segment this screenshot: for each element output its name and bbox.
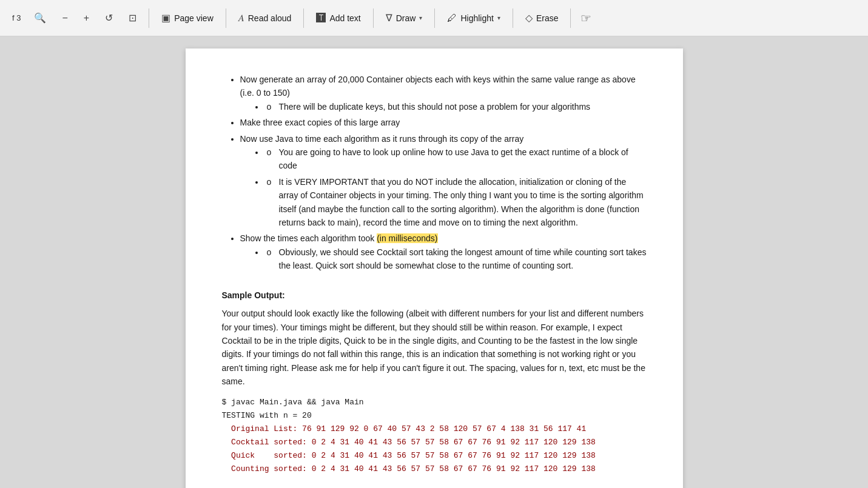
separator-1 [149,8,149,28]
separator-3 [303,8,304,28]
sub-list-item: There will be duplicate keys, but this s… [264,100,647,113]
fit-icon: ⊡ [129,12,136,24]
page-view-button[interactable]: ▣ Page view [154,8,221,27]
code-line: $ javac Main.java && java Main [222,396,647,409]
zoom-in-icon: + [84,13,89,24]
search-icon: 🔍 [34,12,46,24]
sub-list-item: It is VERY IMPORTANT that you do NOT inc… [264,175,647,230]
rotate-button[interactable]: ↺ [98,8,120,27]
sub-list-item: Obviously, we should see Cocktail sort t… [264,246,647,273]
highlight-label: Highlight [460,13,493,23]
separator-4 [373,8,374,28]
read-aloud-button[interactable]: 𝐴 Read aloud [231,9,299,27]
code-line: TESTING with n = 20 [222,409,647,423]
sample-output-label: Sample Output: [222,289,647,302]
toolbar: f 3 🔍 − + ↺ ⊡ ▣ Page view 𝐴 Read aloud 🆃… [0,0,868,36]
add-text-button[interactable]: 🆃 Add text [309,9,368,27]
draw-dropdown-arrow: ▾ [419,15,422,21]
fit-page-button[interactable]: ⊡ [121,8,144,27]
erase-label: Erase [536,13,559,23]
zoom-out-icon: − [62,13,67,24]
page-indicator: f 3 [7,13,25,22]
add-text-icon: 🆃 [316,13,326,24]
draw-icon: ∇ [386,12,392,24]
read-aloud-label: Read aloud [248,13,292,23]
zoom-out-button[interactable]: − [55,9,75,27]
cursor-icon: ☞ [576,11,596,25]
highlight-dropdown-arrow: ▾ [497,15,500,21]
separator-5 [434,8,435,28]
separator-7 [570,8,571,28]
description-paragraph: Your output should look exactly like the… [222,307,647,388]
search-button[interactable]: 🔍 [27,8,53,27]
erase-icon: ◇ [525,12,533,24]
code-line: Cocktail sorted: 0 2 4 31 40 41 43 56 57… [222,436,647,449]
main-content: Now generate an array of 20,000 Containe… [0,36,868,488]
highlight-icon: 🖊 [447,13,457,24]
list-item: Make three exact copies of this large ar… [240,116,647,129]
rotate-icon: ↺ [105,12,113,24]
list-item: Show the times each algorithm took (in m… [240,232,647,272]
code-line: Quick sorted: 0 2 4 31 40 41 43 56 57 57… [222,449,647,463]
list-item: Now generate an array of 20,000 Containe… [240,73,647,113]
code-block: $ javac Main.java && java Main TESTING w… [222,396,647,488]
code-line: Original List: 76 91 129 92 0 67 40 57 4… [222,423,647,436]
add-text-label: Add text [329,13,360,23]
separator-2 [226,8,226,28]
highlighted-text: (in milliseconds) [377,233,437,243]
code-line: Counting sorted: 0 2 4 31 40 41 43 56 57… [222,463,647,476]
zoom-in-button[interactable]: + [76,9,96,27]
draw-button[interactable]: ∇ Draw ▾ [378,8,430,27]
highlight-button[interactable]: 🖊 Highlight ▾ [440,9,507,27]
page-view-label: Page view [174,13,214,23]
sub-list-item: You are going to have to look up online … [264,145,647,173]
draw-label: Draw [396,13,416,23]
separator-6 [513,8,513,28]
read-aloud-icon: 𝐴 [238,13,244,24]
page-view-icon: ▣ [161,12,170,24]
erase-button[interactable]: ◇ Erase [518,8,566,27]
list-item: Now use Java to time each algorithm as i… [240,132,647,230]
bullet-list: Now generate an array of 20,000 Containe… [240,73,647,272]
document-page: Now generate an array of 20,000 Containe… [186,48,683,488]
